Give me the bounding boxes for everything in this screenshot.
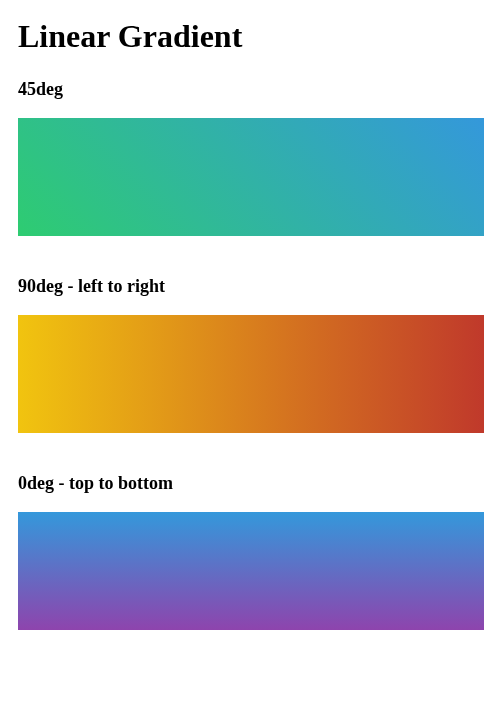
gradient-sample-heading: 0deg - top to bottom [18, 473, 484, 494]
gradient-swatch-0deg [18, 512, 484, 630]
gradient-sample: 0deg - top to bottom [18, 473, 484, 630]
gradient-swatch-45deg [18, 118, 484, 236]
gradient-sample-heading: 90deg - left to right [18, 276, 484, 297]
page-title: Linear Gradient [18, 18, 484, 55]
gradient-sample: 90deg - left to right [18, 276, 484, 433]
gradient-sample-heading: 45deg [18, 79, 484, 100]
gradient-swatch-90deg [18, 315, 484, 433]
gradient-sample: 45deg [18, 79, 484, 236]
